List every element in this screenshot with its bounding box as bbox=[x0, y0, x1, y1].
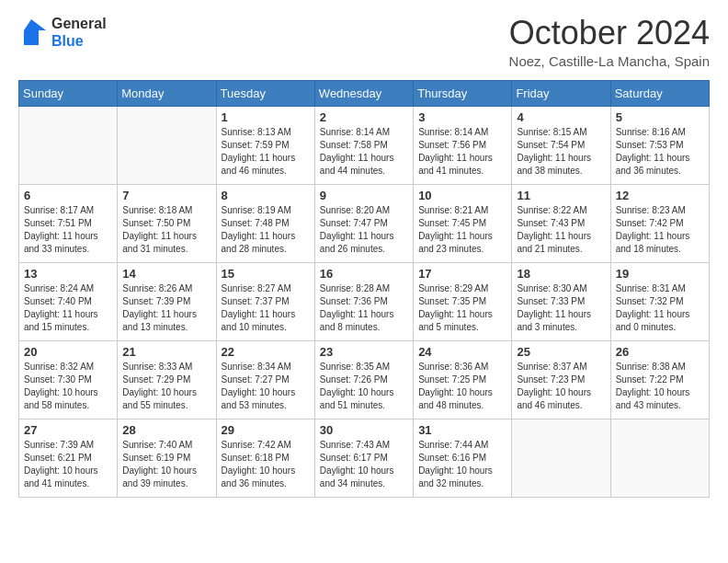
day-info: Sunrise: 8:14 AM Sunset: 7:56 PM Dayligh… bbox=[418, 126, 506, 178]
table-row: 22Sunrise: 8:34 AM Sunset: 7:27 PM Dayli… bbox=[216, 340, 314, 419]
table-row: 26Sunrise: 8:38 AM Sunset: 7:22 PM Dayli… bbox=[610, 340, 709, 419]
day-info: Sunrise: 8:13 AM Sunset: 7:59 PM Dayligh… bbox=[222, 126, 310, 178]
logo-svg-icon bbox=[18, 17, 48, 47]
day-number: 17 bbox=[418, 267, 506, 281]
day-info: Sunrise: 8:33 AM Sunset: 7:29 PM Dayligh… bbox=[122, 361, 210, 412]
day-number: 20 bbox=[24, 345, 112, 359]
day-info: Sunrise: 8:21 AM Sunset: 7:45 PM Dayligh… bbox=[418, 204, 506, 256]
table-row: 20Sunrise: 8:32 AM Sunset: 7:30 PM Dayli… bbox=[19, 340, 118, 419]
day-info: Sunrise: 7:40 AM Sunset: 6:19 PM Dayligh… bbox=[122, 439, 210, 490]
day-info: Sunrise: 8:17 AM Sunset: 7:51 PM Dayligh… bbox=[24, 204, 112, 256]
day-number: 25 bbox=[517, 345, 605, 359]
day-info: Sunrise: 8:22 AM Sunset: 7:43 PM Dayligh… bbox=[517, 204, 605, 256]
table-row: 28Sunrise: 7:40 AM Sunset: 6:19 PM Dayli… bbox=[118, 419, 216, 497]
header-sunday: Sunday bbox=[19, 80, 118, 106]
day-number: 31 bbox=[418, 423, 506, 437]
day-number: 10 bbox=[418, 189, 506, 202]
table-row: 12Sunrise: 8:23 AM Sunset: 7:42 PM Dayli… bbox=[610, 184, 709, 262]
title-section: October 2024 Noez, Castille-La Mancha, S… bbox=[509, 15, 710, 69]
header-tuesday: Tuesday bbox=[216, 80, 314, 106]
day-number: 19 bbox=[616, 267, 704, 281]
table-row: 10Sunrise: 8:21 AM Sunset: 7:45 PM Dayli… bbox=[414, 184, 512, 262]
day-number: 6 bbox=[24, 189, 112, 202]
table-row bbox=[19, 106, 118, 184]
day-number: 2 bbox=[320, 110, 408, 124]
day-number: 4 bbox=[517, 110, 605, 124]
table-row bbox=[118, 106, 216, 184]
day-number: 22 bbox=[222, 345, 310, 359]
day-number: 24 bbox=[418, 345, 506, 359]
day-number: 26 bbox=[616, 345, 704, 359]
calendar-week-row: 20Sunrise: 8:32 AM Sunset: 7:30 PM Dayli… bbox=[19, 340, 710, 419]
table-row: 14Sunrise: 8:26 AM Sunset: 7:39 PM Dayli… bbox=[118, 262, 216, 340]
day-info: Sunrise: 7:42 AM Sunset: 6:18 PM Dayligh… bbox=[222, 439, 310, 490]
day-number: 23 bbox=[320, 345, 408, 359]
day-info: Sunrise: 8:15 AM Sunset: 7:54 PM Dayligh… bbox=[517, 126, 605, 178]
table-row: 24Sunrise: 8:36 AM Sunset: 7:25 PM Dayli… bbox=[414, 340, 512, 419]
day-info: Sunrise: 8:23 AM Sunset: 7:42 PM Dayligh… bbox=[616, 204, 704, 256]
table-row: 13Sunrise: 8:24 AM Sunset: 7:40 PM Dayli… bbox=[19, 262, 118, 340]
day-info: Sunrise: 8:34 AM Sunset: 7:27 PM Dayligh… bbox=[222, 361, 310, 412]
table-row: 7Sunrise: 8:18 AM Sunset: 7:50 PM Daylig… bbox=[118, 184, 216, 262]
logo-text-general: General bbox=[51, 15, 107, 32]
table-row: 4Sunrise: 8:15 AM Sunset: 7:54 PM Daylig… bbox=[512, 106, 610, 184]
table-row: 15Sunrise: 8:27 AM Sunset: 7:37 PM Dayli… bbox=[216, 262, 314, 340]
table-row: 6Sunrise: 8:17 AM Sunset: 7:51 PM Daylig… bbox=[19, 184, 118, 262]
header: GeneralBlue October 2024 Noez, Castille-… bbox=[18, 15, 710, 69]
day-info: Sunrise: 8:30 AM Sunset: 7:33 PM Dayligh… bbox=[517, 282, 605, 334]
day-info: Sunrise: 8:24 AM Sunset: 7:40 PM Dayligh… bbox=[24, 282, 112, 334]
table-row: 9Sunrise: 8:20 AM Sunset: 7:47 PM Daylig… bbox=[314, 184, 413, 262]
header-friday: Friday bbox=[512, 80, 610, 106]
table-row: 5Sunrise: 8:16 AM Sunset: 7:53 PM Daylig… bbox=[610, 106, 709, 184]
logo: GeneralBlue bbox=[18, 15, 107, 50]
table-row: 21Sunrise: 8:33 AM Sunset: 7:29 PM Dayli… bbox=[118, 340, 216, 419]
day-number: 13 bbox=[24, 267, 112, 281]
page: GeneralBlue October 2024 Noez, Castille-… bbox=[0, 0, 728, 516]
svg-marker-0 bbox=[24, 19, 46, 45]
day-number: 15 bbox=[222, 267, 310, 281]
day-number: 11 bbox=[517, 189, 605, 202]
month-title: October 2024 bbox=[509, 15, 710, 52]
day-info: Sunrise: 8:37 AM Sunset: 7:23 PM Dayligh… bbox=[517, 361, 605, 412]
day-info: Sunrise: 8:14 AM Sunset: 7:58 PM Dayligh… bbox=[320, 126, 408, 178]
day-number: 5 bbox=[616, 110, 704, 124]
table-row: 18Sunrise: 8:30 AM Sunset: 7:33 PM Dayli… bbox=[512, 262, 610, 340]
calendar-week-row: 6Sunrise: 8:17 AM Sunset: 7:51 PM Daylig… bbox=[19, 184, 710, 262]
day-info: Sunrise: 8:38 AM Sunset: 7:22 PM Dayligh… bbox=[616, 361, 704, 412]
day-number: 8 bbox=[222, 189, 310, 202]
day-number: 7 bbox=[122, 189, 210, 202]
table-row: 27Sunrise: 7:39 AM Sunset: 6:21 PM Dayli… bbox=[19, 419, 118, 497]
day-number: 29 bbox=[222, 423, 310, 437]
table-row bbox=[610, 419, 709, 497]
day-info: Sunrise: 8:31 AM Sunset: 7:32 PM Dayligh… bbox=[616, 282, 704, 334]
day-info: Sunrise: 7:43 AM Sunset: 6:17 PM Dayligh… bbox=[320, 439, 408, 490]
logo-text-blue: Blue bbox=[51, 32, 107, 50]
table-row bbox=[512, 419, 610, 497]
day-info: Sunrise: 8:20 AM Sunset: 7:47 PM Dayligh… bbox=[320, 204, 408, 256]
day-info: Sunrise: 8:28 AM Sunset: 7:36 PM Dayligh… bbox=[320, 282, 408, 334]
day-number: 9 bbox=[320, 189, 408, 202]
table-row: 25Sunrise: 8:37 AM Sunset: 7:23 PM Dayli… bbox=[512, 340, 610, 419]
table-row: 17Sunrise: 8:29 AM Sunset: 7:35 PM Dayli… bbox=[414, 262, 512, 340]
day-info: Sunrise: 8:26 AM Sunset: 7:39 PM Dayligh… bbox=[122, 282, 210, 334]
header-wednesday: Wednesday bbox=[314, 80, 413, 106]
day-number: 12 bbox=[616, 189, 704, 202]
table-row: 16Sunrise: 8:28 AM Sunset: 7:36 PM Dayli… bbox=[314, 262, 413, 340]
day-info: Sunrise: 7:44 AM Sunset: 6:16 PM Dayligh… bbox=[418, 439, 506, 490]
day-info: Sunrise: 8:36 AM Sunset: 7:25 PM Dayligh… bbox=[418, 361, 506, 412]
table-row: 8Sunrise: 8:19 AM Sunset: 7:48 PM Daylig… bbox=[216, 184, 314, 262]
weekday-header-row: Sunday Monday Tuesday Wednesday Thursday… bbox=[19, 80, 710, 106]
day-number: 27 bbox=[24, 423, 112, 437]
day-info: Sunrise: 7:39 AM Sunset: 6:21 PM Dayligh… bbox=[24, 439, 112, 490]
table-row: 29Sunrise: 7:42 AM Sunset: 6:18 PM Dayli… bbox=[216, 419, 314, 497]
location-title: Noez, Castille-La Mancha, Spain bbox=[509, 53, 710, 69]
day-number: 18 bbox=[517, 267, 605, 281]
header-thursday: Thursday bbox=[414, 80, 512, 106]
table-row: 1Sunrise: 8:13 AM Sunset: 7:59 PM Daylig… bbox=[216, 106, 314, 184]
table-row: 2Sunrise: 8:14 AM Sunset: 7:58 PM Daylig… bbox=[314, 106, 413, 184]
day-number: 14 bbox=[122, 267, 210, 281]
day-info: Sunrise: 8:32 AM Sunset: 7:30 PM Dayligh… bbox=[24, 361, 112, 412]
day-number: 28 bbox=[122, 423, 210, 437]
day-info: Sunrise: 8:19 AM Sunset: 7:48 PM Dayligh… bbox=[222, 204, 310, 256]
day-number: 30 bbox=[320, 423, 408, 437]
